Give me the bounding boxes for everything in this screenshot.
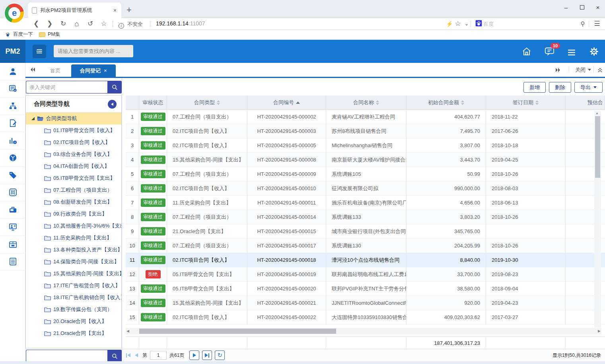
first-page-button[interactable] xyxy=(126,353,130,358)
horizontal-scroll-thumb[interactable] xyxy=(139,329,336,334)
sidebar-module-package[interactable] xyxy=(0,236,25,253)
delete-button[interactable]: 删除 xyxy=(549,82,571,93)
global-search-input[interactable] xyxy=(54,45,133,57)
expand-caret-icon[interactable] xyxy=(31,117,35,120)
table-row[interactable]: 4审核通过15.其他采购合同-间接【支出】HT-20200429145-0000… xyxy=(126,153,605,167)
settings-gear-icon[interactable] xyxy=(589,46,600,57)
close-tabs-menu[interactable]: 关闭 xyxy=(575,63,591,77)
sort-icon[interactable] xyxy=(217,100,220,105)
maximize-button[interactable] xyxy=(576,4,588,11)
tree-item[interactable]: 07.工程合同（项目支出） xyxy=(26,184,121,196)
table-row[interactable]: 6审核通过02.ITC项目合同【收入】HT-20200429145-000010… xyxy=(126,181,605,196)
tree-item[interactable]: 20.Oracle合同【收入】 xyxy=(26,315,121,327)
page-number-input[interactable] xyxy=(150,351,167,360)
table-row[interactable]: 8审核通过07.工程合同（项目支出）HT-20200429145-000014系… xyxy=(126,210,605,224)
tree-item[interactable]: 02.ITC项目合同【收入】 xyxy=(26,136,121,148)
table-row[interactable]: 3审核通过02.ITC项目合同【收入】HT-20200429145-000005… xyxy=(126,138,605,153)
sidebar-module-briefcase[interactable] xyxy=(0,201,25,219)
messages-icon[interactable]: 10 xyxy=(544,46,555,57)
vertical-scrollbar[interactable]: ▲ xyxy=(594,111,601,327)
tab-home[interactable]: 首页 xyxy=(41,64,69,77)
sidebar-module-chart-coin[interactable]: ¥ xyxy=(0,132,25,150)
bookmark-pm-folder[interactable]: PM集 xyxy=(39,31,60,38)
tree-item[interactable]: 17.ITE广告租赁合同【收入】 xyxy=(26,280,121,292)
sidebar-module-user[interactable] xyxy=(0,63,25,80)
scroll-tabs-right-icon[interactable] xyxy=(554,63,561,77)
sidebar-module-module-grid[interactable] xyxy=(0,184,25,202)
horizontal-scrollbar[interactable]: ◀ ▶ xyxy=(126,328,601,335)
tree-item[interactable]: 18.ITE广告机购销合同【收入】 xyxy=(26,292,121,304)
column-header-2[interactable]: 合同类型 xyxy=(167,95,247,110)
app-list-icon[interactable] xyxy=(567,48,578,59)
tab-contract-register[interactable]: 合同登记× xyxy=(71,64,116,77)
favorite-star-icon[interactable]: ☆ xyxy=(99,19,109,29)
tree-item[interactable]: 11.历史采购合同【支出】 xyxy=(26,232,121,244)
sidebar-module-presentation[interactable] xyxy=(0,219,25,236)
sidebar-module-document-list[interactable] xyxy=(0,253,25,271)
tree-item[interactable]: 10.其他服务合同-3%/6%【支出】 xyxy=(26,220,121,232)
table-row[interactable]: 13审核通过05.ITB甲骨文合同【支出】HT-20200429145-0000… xyxy=(126,282,605,296)
minimize-button[interactable]: – xyxy=(560,4,572,11)
undo-icon[interactable]: ↺ xyxy=(85,19,95,29)
tree-item[interactable]: 01.ITB甲骨文合同【收入】 xyxy=(26,125,121,136)
column-header-5[interactable]: 初始合同金额 xyxy=(407,95,486,110)
tree-root-item[interactable]: 合同类型导航 xyxy=(26,113,121,125)
sidebar-module-org-chart[interactable] xyxy=(0,97,25,115)
sort-icon[interactable] xyxy=(535,100,539,105)
sidebar-module-checklist[interactable] xyxy=(0,80,25,98)
tree-filter-input[interactable] xyxy=(26,350,107,362)
table-row[interactable]: 7审核通过11.历史采购合同【支出】HT-20200429145-000011施… xyxy=(126,196,605,210)
table-row[interactable]: 1审核通过07.工程合同（项目支出）HT-20200429145-000002麦… xyxy=(126,110,605,124)
next-page-button[interactable] xyxy=(189,350,199,360)
app-menu-button[interactable] xyxy=(33,45,46,58)
table-row[interactable]: 2审核通过02.ITC项目合同【收入】HT-20200429145-000003… xyxy=(126,124,605,138)
tree-item[interactable]: 08.创新研发合同【支出】 xyxy=(26,196,121,208)
tree-item[interactable]: 15.其他采购合同-间接【支出】 xyxy=(26,268,121,280)
sidebar-module-tag[interactable] xyxy=(0,167,25,184)
table-row[interactable]: 12拒绝05.ITB甲骨文合同【支出】HT-20200429145-000019… xyxy=(126,267,605,282)
close-tab-icon[interactable]: × xyxy=(104,68,107,74)
scroll-right-arrow-icon[interactable]: ▶ xyxy=(598,329,601,333)
table-row[interactable]: 15审核通过02.ITC项目合同【收入】HT-20200429145-00002… xyxy=(126,310,605,325)
tree-item[interactable]: 04.ITA创新合同【收入】 xyxy=(26,160,121,172)
bookmark-baidu[interactable]: 百度一下 xyxy=(5,31,33,38)
tree-item[interactable]: 05.ITB甲骨文合同【支出】 xyxy=(26,172,121,184)
close-tab-icon[interactable]: × xyxy=(113,7,117,14)
tree-item[interactable]: 13.各种类型投入资产【支出】 xyxy=(26,244,121,256)
prev-page-button[interactable] xyxy=(135,353,138,357)
table-row[interactable]: 9审核通过21.Oracle合同【支出】HT-20200429145-00001… xyxy=(126,224,605,239)
forward-icon[interactable]: ❯ xyxy=(45,19,55,29)
scroll-tabs-left-icon[interactable] xyxy=(29,66,36,74)
tree-item[interactable]: 14.保险类合同-间接【支出】 xyxy=(26,256,121,268)
column-header-3[interactable]: 合同编号 xyxy=(247,95,326,110)
collapse-up-icon[interactable] xyxy=(597,63,603,77)
last-page-button[interactable] xyxy=(202,350,212,360)
new-tab-button[interactable]: + xyxy=(126,5,132,15)
table-row[interactable]: 11审核通过02.ITC项目合同【收入】HT-20200429145-00001… xyxy=(126,253,605,267)
search-icon[interactable]: ⚲ xyxy=(578,19,588,29)
browser-menu-icon[interactable]: ☰ xyxy=(592,19,602,29)
sidebar-module-document-edit[interactable] xyxy=(0,115,25,132)
info-icon[interactable]: i xyxy=(116,20,126,30)
column-header-1[interactable]: 审核状态 xyxy=(139,95,167,110)
tree-item[interactable]: 21.Oracle合同【支出】 xyxy=(26,327,121,339)
table-row[interactable]: 5审核通过07.工程合同（项目支出）HT-20200429145-000009系… xyxy=(126,167,605,181)
home-icon[interactable]: ⌂ xyxy=(72,19,82,29)
sidebar-module-globe[interactable] xyxy=(0,150,25,167)
vertical-scroll-thumb[interactable] xyxy=(595,116,600,178)
sort-icon[interactable] xyxy=(461,100,464,105)
scroll-left-arrow-icon[interactable]: ◀ xyxy=(126,329,129,333)
home-nav-icon[interactable] xyxy=(521,46,532,57)
browser-tab[interactable]: 邦永PM2项目管理系统 × xyxy=(28,2,121,18)
back-icon[interactable]: ❮ xyxy=(31,19,41,29)
column-header-4[interactable]: 合同名称 xyxy=(326,95,407,110)
search-button[interactable] xyxy=(107,350,122,362)
export-button[interactable]: 导出 xyxy=(574,82,603,93)
sort-asc-icon[interactable] xyxy=(296,101,300,104)
collapse-panel-button[interactable] xyxy=(108,100,117,109)
baidu-paw-icon[interactable] xyxy=(473,20,484,29)
tree-item[interactable]: 09.行政类合同【支出】 xyxy=(26,208,121,220)
add-button[interactable]: 新增 xyxy=(523,82,546,93)
table-row[interactable]: 14审核通过15.其他采购合同-间接【支出】HT-20200429145-000… xyxy=(126,296,605,310)
close-window-button[interactable]: × xyxy=(592,4,604,11)
